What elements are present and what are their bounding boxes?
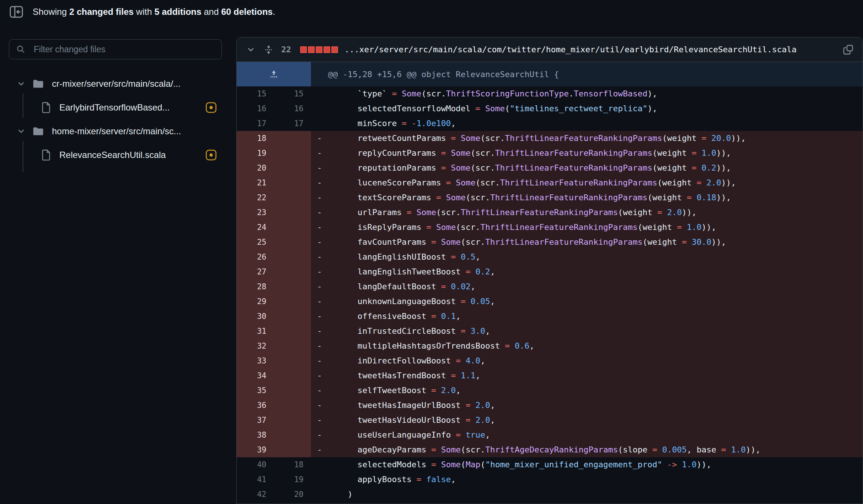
file-icon	[42, 102, 51, 113]
code-line: inTrustedCircleBoost = 3.0,	[328, 324, 863, 339]
changed-lines-count: 22	[281, 45, 291, 54]
line-number-gutter[interactable]: 33	[237, 353, 311, 368]
old-line-number: 38	[237, 428, 274, 442]
line-number-gutter[interactable]: 18	[237, 131, 311, 146]
line-number-gutter[interactable]: 30	[237, 309, 311, 324]
new-line-number: 17	[274, 116, 311, 131]
file-label: RelevanceSearchUtil.scala	[59, 150, 166, 160]
line-number-gutter[interactable]: 38	[237, 428, 311, 442]
filter-changed-files-input[interactable]	[9, 39, 222, 59]
diff-marker	[311, 472, 328, 487]
new-line-number: 19	[274, 472, 311, 487]
collapse-diff-chevron-down-icon[interactable]	[246, 45, 255, 54]
diff-marker: -	[311, 368, 328, 383]
diff-marker	[311, 457, 328, 472]
diff-marker: -	[311, 398, 328, 413]
line-number-gutter[interactable]: 24	[237, 220, 311, 235]
line-number-gutter[interactable]: 36	[237, 398, 311, 413]
line-number-gutter[interactable]: 39	[237, 442, 311, 457]
diffstat	[300, 46, 338, 53]
line-number-gutter[interactable]: 37	[237, 413, 311, 428]
line-number-gutter[interactable]: 1515	[237, 86, 311, 101]
line-number-gutter[interactable]: 25	[237, 235, 311, 250]
diff-marker: -	[311, 442, 328, 457]
line-number-gutter[interactable]: 35	[237, 383, 311, 398]
old-line-number: 27	[237, 264, 274, 279]
old-line-number: 31	[237, 324, 274, 339]
old-line-number: 34	[237, 368, 274, 383]
diffstat-deletion-square	[331, 46, 338, 53]
deleted-line-row: 21- luceneScoreParams = Some(scr.ThriftL…	[237, 175, 863, 190]
line-number-gutter[interactable]: 19	[237, 146, 311, 161]
copy-path-icon[interactable]	[843, 44, 854, 55]
expand-up-button[interactable]	[237, 62, 311, 86]
line-number-gutter[interactable]: 20	[237, 161, 311, 175]
diff-marker	[311, 86, 328, 101]
context-line-row: 4018 selectedModels = Some(Map("home_mix…	[237, 457, 863, 472]
diff-marker: -	[311, 383, 328, 398]
file-tree-file-row[interactable]: EarlybirdTensorflowBased...	[9, 96, 236, 119]
line-number-gutter[interactable]: 31	[237, 324, 311, 339]
line-number-gutter[interactable]: 22	[237, 190, 311, 205]
diff-marker: -	[311, 131, 328, 146]
deleted-line-row: 19- replyCountParams = Some(scr.ThriftLi…	[237, 146, 863, 161]
line-number-gutter[interactable]: 23	[237, 205, 311, 220]
line-number-gutter[interactable]: 4220	[237, 487, 311, 502]
diff-marker	[311, 487, 328, 502]
line-number-gutter[interactable]: 1616	[237, 101, 311, 116]
old-line-number: 28	[237, 279, 274, 294]
old-line-number: 36	[237, 398, 274, 413]
old-line-number: 40	[237, 457, 274, 472]
new-line-number: 18	[274, 457, 311, 472]
collapse-file-tree-button[interactable]	[8, 4, 24, 20]
old-line-number: 32	[237, 339, 274, 353]
code-line: reputationParams = Some(scr.ThriftLinear…	[328, 161, 863, 175]
code-line: selectedTensorflowModel = Some("timeline…	[328, 101, 863, 116]
line-number-gutter[interactable]: 29	[237, 294, 311, 309]
deleted-line-row: 34- tweetHasTrendBoost = 1.1,	[237, 368, 863, 383]
deleted-line-row: 24- isReplyParams = Some(scr.ThriftLinea…	[237, 220, 863, 235]
line-number-gutter[interactable]: 26	[237, 250, 311, 264]
line-number-gutter[interactable]: 21	[237, 175, 311, 190]
line-number-gutter[interactable]: 32	[237, 339, 311, 353]
hunk-header-text: @@ -15,28 +15,6 @@ object RelevanceSearc…	[311, 62, 863, 86]
expand-all-unfold-icon[interactable]	[264, 45, 273, 55]
deleted-line-row: 31- inTrustedCircleBoost = 3.0,	[237, 324, 863, 339]
context-line-row: 1616 selectedTensorflowModel = Some("tim…	[237, 101, 863, 116]
new-line-number	[274, 205, 311, 220]
new-line-number	[274, 309, 311, 324]
diff-marker: -	[311, 175, 328, 190]
line-number-gutter[interactable]: 4018	[237, 457, 311, 472]
code-line: langDefaultBoost = 0.02,	[328, 279, 863, 294]
deleted-line-row: 32- multipleHashtagsOrTrendsBoost = 0.6,	[237, 339, 863, 353]
line-number-gutter[interactable]: 1717	[237, 116, 311, 131]
diff-marker: -	[311, 190, 328, 205]
diff-body: 1515 `type` = Some(scr.ThriftScoringFunc…	[237, 86, 863, 502]
chevron-down-icon	[17, 80, 25, 88]
line-number-gutter[interactable]: 27	[237, 264, 311, 279]
code-line: multipleHashtagsOrTrendsBoost = 0.6,	[328, 339, 863, 353]
deleted-line-row: 25- favCountParams = Some(scr.ThriftLine…	[237, 235, 863, 250]
deleted-line-row: 38- useUserLanguageInfo = true,	[237, 428, 863, 442]
diff-panel: 22 ...xer/server/src/main/scala/com/twit…	[236, 37, 863, 504]
new-line-number	[274, 353, 311, 368]
folder-label: cr-mixer/server/src/main/scala/...	[52, 79, 181, 89]
file-tree-file-row[interactable]: RelevanceSearchUtil.scala	[9, 143, 236, 167]
diff-marker: -	[311, 324, 328, 339]
deleted-line-row: 29- unknownLanguageBoost = 0.05,	[237, 294, 863, 309]
line-number-gutter[interactable]: 4119	[237, 472, 311, 487]
new-line-number	[274, 175, 311, 190]
code-line: )	[328, 487, 863, 502]
file-tree-folder-row[interactable]: cr-mixer/server/src/main/scala/...	[9, 72, 236, 96]
code-line: minScore = -1.0e100,	[328, 116, 863, 131]
search-icon	[16, 45, 25, 54]
file-path: ...xer/server/src/main/scala/com/twitter…	[345, 45, 836, 54]
file-tree-folder-row[interactable]: home-mixer/server/src/main/sc...	[9, 119, 236, 143]
new-line-number	[274, 264, 311, 279]
old-line-number: 30	[237, 309, 274, 324]
deleted-line-row: 35- selfTweetBoost = 2.0,	[237, 383, 863, 398]
line-number-gutter[interactable]: 28	[237, 279, 311, 294]
line-number-gutter[interactable]: 34	[237, 368, 311, 383]
file-label: EarlybirdTensorflowBased...	[59, 102, 170, 113]
diff-marker: -	[311, 279, 328, 294]
